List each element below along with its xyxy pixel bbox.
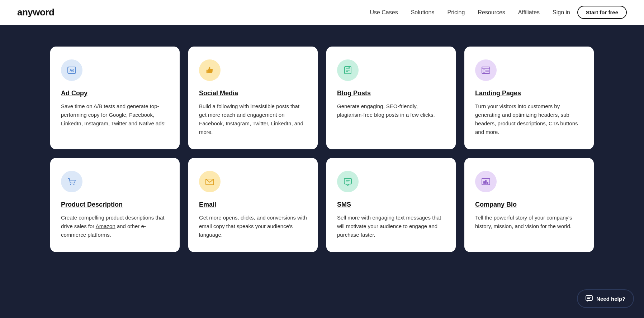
company-bio-desc: Tell the powerful story of your company'…: [475, 213, 583, 231]
nav-pricing[interactable]: Pricing: [447, 9, 465, 16]
product-description-desc: Create compelling product descriptions t…: [61, 213, 169, 239]
social-media-title[interactable]: Social Media: [199, 90, 307, 97]
card-product-description: Product Description Create compelling pr…: [50, 158, 180, 252]
nav-solutions[interactable]: Solutions: [411, 9, 435, 16]
navbar: anyword Use Cases Solutions Pricing Reso…: [0, 0, 644, 25]
svg-rect-19: [485, 180, 487, 184]
card-landing-pages: Landing Pages Turn your visitors into cu…: [464, 47, 594, 149]
card-ad-copy: Ad Ad Copy Save time on A/B tests and ge…: [50, 47, 180, 149]
company-bio-title[interactable]: Company Bio: [475, 201, 583, 208]
sms-title[interactable]: SMS: [337, 201, 445, 208]
nav-resources[interactable]: Resources: [478, 9, 505, 16]
start-for-free-button[interactable]: Start for free: [577, 6, 627, 19]
bio-icon: [481, 177, 491, 187]
need-help-label: Need help?: [596, 296, 625, 302]
blog-posts-title[interactable]: Blog Posts: [337, 90, 445, 97]
landing-pages-icon-wrap: [475, 59, 497, 81]
svg-rect-21: [586, 295, 592, 300]
email-desc: Get more opens, clicks, and conversions …: [199, 213, 307, 239]
ad-copy-desc: Save time on A/B tests and generate top-…: [61, 102, 169, 128]
svg-text:Ad: Ad: [70, 68, 74, 72]
landing-icon: [481, 65, 491, 75]
card-social-media: Social Media Build a following with irre…: [188, 47, 318, 149]
ad-copy-title[interactable]: Ad Copy: [61, 90, 169, 97]
sms-desc: Sell more with engaging text messages th…: [337, 213, 445, 239]
product-description-icon-wrap: [61, 171, 82, 192]
amazon-link[interactable]: Amazon: [96, 223, 115, 229]
blog-posts-icon-wrap: [337, 59, 359, 81]
card-email: Email Get more opens, clicks, and conver…: [188, 158, 318, 252]
landing-pages-title[interactable]: Landing Pages: [475, 90, 583, 97]
sms-icon: [343, 177, 353, 187]
social-media-desc: Build a following with irresistible post…: [199, 102, 307, 136]
svg-point-11: [70, 184, 71, 185]
blog-posts-desc: Generate engaging, SEO-friendly, plagiar…: [337, 102, 445, 119]
instagram-link[interactable]: Instagram: [226, 120, 250, 126]
company-bio-icon-wrap: [475, 171, 497, 192]
cart-icon: [67, 177, 77, 187]
nav-links: Use Cases Solutions Pricing Resources Af…: [370, 9, 540, 16]
svg-point-12: [74, 184, 75, 185]
email-icon-wrap: [199, 171, 221, 192]
card-blog-posts: Blog Posts Generate engaging, SEO-friend…: [326, 47, 456, 149]
card-sms: SMS Sell more with engaging text message…: [326, 158, 456, 252]
nav-affiliates[interactable]: Affiliates: [518, 9, 540, 16]
card-company-bio: Company Bio Tell the powerful story of y…: [464, 158, 594, 252]
ad-icon: Ad: [67, 65, 77, 75]
email-title[interactable]: Email: [199, 201, 307, 208]
thumbsup-icon: [205, 65, 215, 75]
need-help-button[interactable]: Need help?: [577, 289, 634, 308]
svg-rect-14: [344, 178, 351, 184]
facebook-link[interactable]: Facebook: [199, 120, 223, 126]
sms-icon-wrap: [337, 171, 359, 192]
main-content: Ad Ad Copy Save time on A/B tests and ge…: [0, 25, 644, 318]
nav-use-cases[interactable]: Use Cases: [370, 9, 398, 16]
email-icon: [205, 177, 215, 187]
svg-rect-8: [483, 70, 485, 72]
logo[interactable]: anyword: [17, 7, 54, 18]
landing-pages-desc: Turn your visitors into customers by gen…: [475, 102, 583, 136]
product-description-title[interactable]: Product Description: [61, 201, 169, 208]
chat-icon: [586, 295, 593, 302]
ad-copy-icon-wrap: Ad: [61, 59, 82, 81]
social-media-icon-wrap: [199, 59, 221, 81]
signin-link[interactable]: Sign in: [553, 9, 570, 16]
cards-grid: Ad Ad Copy Save time on A/B tests and ge…: [50, 47, 594, 252]
blog-icon: [343, 65, 353, 75]
svg-rect-20: [487, 182, 488, 184]
linkedin-link[interactable]: LinkedIn: [271, 120, 292, 126]
svg-rect-18: [483, 181, 485, 184]
